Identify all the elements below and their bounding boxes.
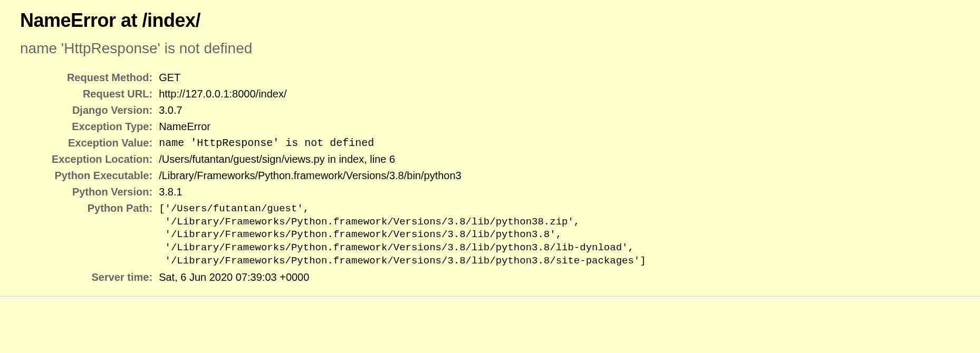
row-python-version: Python Version: 3.8.1	[52, 184, 646, 200]
value-exception-location: /Users/futantan/guest/sign/views.py in i…	[159, 151, 646, 168]
row-django-version: Django Version: 3.0.7	[52, 102, 646, 119]
label-exception-location: Exception Location:	[52, 151, 159, 168]
label-python-executable: Python Executable:	[52, 168, 159, 184]
error-title: NameError at /index/	[20, 9, 960, 32]
value-django-version: 3.0.7	[159, 102, 646, 119]
error-subtitle: name 'HttpResponse' is not defined	[20, 40, 960, 57]
label-server-time: Server time:	[52, 269, 159, 286]
label-request-url: Request URL:	[52, 86, 159, 102]
row-exception-value: Exception Value: name 'HttpResponse' is …	[52, 135, 646, 151]
row-server-time: Server time: Sat, 6 Jun 2020 07:39:03 +0…	[52, 269, 646, 286]
error-summary: NameError at /index/ name 'HttpResponse'…	[0, 0, 980, 297]
value-exception-type: NameError	[159, 119, 646, 135]
row-request-method: Request Method: GET	[52, 70, 646, 86]
row-exception-location: Exception Location: /Users/futantan/gues…	[52, 151, 646, 168]
label-exception-type: Exception Type:	[52, 119, 159, 135]
value-python-executable: /Library/Frameworks/Python.framework/Ver…	[159, 168, 646, 184]
row-exception-type: Exception Type: NameError	[52, 119, 646, 135]
value-server-time: Sat, 6 Jun 2020 07:39:03 +0000	[159, 269, 646, 286]
value-python-version: 3.8.1	[159, 184, 646, 200]
label-python-version: Python Version:	[52, 184, 159, 200]
label-request-method: Request Method:	[52, 70, 159, 86]
row-request-url: Request URL: http://127.0.0.1:8000/index…	[52, 86, 646, 102]
label-exception-value: Exception Value:	[52, 135, 159, 151]
python-path-pre: ['/Users/futantan/guest', '/Library/Fram…	[159, 202, 646, 267]
label-django-version: Django Version:	[52, 102, 159, 119]
value-request-url: http://127.0.0.1:8000/index/	[159, 86, 646, 102]
row-python-executable: Python Executable: /Library/Frameworks/P…	[52, 168, 646, 184]
error-meta-table: Request Method: GET Request URL: http://…	[52, 70, 646, 286]
label-python-path: Python Path:	[52, 200, 159, 269]
value-request-method: GET	[159, 70, 646, 86]
value-exception-value: name 'HttpResponse' is not defined	[159, 135, 646, 151]
row-python-path: Python Path: ['/Users/futantan/guest', '…	[52, 200, 646, 269]
value-python-path: ['/Users/futantan/guest', '/Library/Fram…	[159, 200, 646, 269]
